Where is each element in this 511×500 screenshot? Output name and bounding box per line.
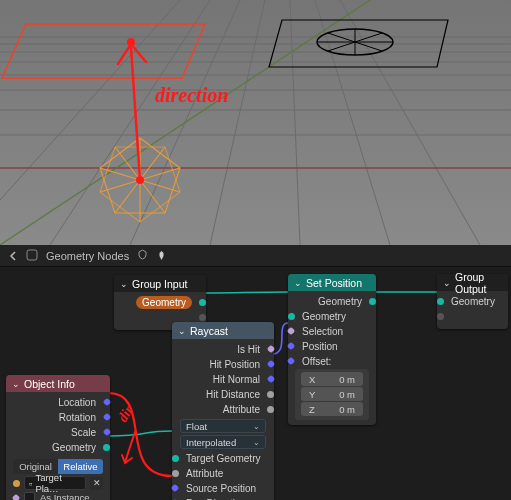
socket-label: Geometry	[318, 296, 362, 307]
annotation-text: direction	[155, 84, 228, 106]
socket-out-geometry[interactable]	[199, 299, 206, 306]
socket-label: Geometry	[136, 296, 192, 309]
socket-label: Selection	[302, 326, 343, 337]
node-title: Group Output	[455, 271, 502, 295]
node-title: Set Position	[306, 277, 362, 289]
chevron-down-icon: ⌄	[120, 279, 128, 289]
socket-out-hit-position[interactable]	[267, 360, 275, 368]
node-group-output[interactable]: ⌄Group Output Geometry	[437, 274, 508, 329]
socket-label: Location	[58, 397, 96, 408]
chevron-down-icon: ⌄	[443, 278, 451, 288]
socket-in-geometry[interactable]	[288, 313, 295, 320]
socket-in-attribute[interactable]	[172, 470, 179, 477]
socket-out-attribute[interactable]	[267, 406, 274, 413]
offset-vector-block: X0 m Y0 m Z0 m	[295, 369, 369, 420]
socket-label: Geometry	[451, 296, 495, 307]
pin-icon[interactable]	[156, 250, 167, 261]
socket-label: Attribute	[186, 468, 223, 479]
socket-label: Position	[302, 341, 338, 352]
socket-label: Attribute	[223, 404, 260, 415]
socket-out-virtual[interactable]	[199, 314, 206, 321]
socket-out-is-hit[interactable]	[267, 345, 275, 353]
socket-label: Rotation	[59, 412, 96, 423]
breadcrumb[interactable]: Geometry Nodes	[46, 250, 129, 262]
socket-in-offset[interactable]	[287, 357, 295, 365]
node-title: Group Input	[132, 278, 187, 290]
offset-z-field[interactable]: Z0 m	[301, 402, 363, 416]
chevron-down-icon: ⌄	[12, 379, 20, 389]
red-plane	[2, 24, 205, 78]
socket-in-selection[interactable]	[287, 327, 295, 335]
socket-label: Geometry	[52, 442, 96, 453]
socket-label: Hit Normal	[213, 374, 260, 385]
node-title: Raycast	[190, 325, 228, 337]
viewport-svg: direction	[0, 0, 511, 245]
socket-in-source-position[interactable]	[171, 484, 179, 492]
socket-label: Hit Distance	[206, 389, 260, 400]
chevron-down-icon: ⌄	[253, 438, 260, 447]
socket-in-virtual[interactable]	[437, 313, 444, 320]
socket-out-hit-normal[interactable]	[267, 375, 275, 383]
socket-out-location[interactable]	[103, 398, 111, 406]
chevron-down-icon: ⌄	[294, 278, 302, 288]
viewport-3d[interactable]: direction	[0, 0, 511, 245]
svg-line-14	[0, 0, 180, 200]
socket-in-position[interactable]	[287, 342, 295, 350]
node-canvas[interactable]: ⌄Group Input Geometry ⌄Set Position Geom…	[0, 267, 511, 500]
socket-in-as-instance[interactable]	[12, 493, 20, 500]
node-set-position[interactable]: ⌄Set Position Geometry Geometry Selectio…	[288, 274, 376, 425]
socket-label: Target Geometry	[186, 453, 260, 464]
mesh-icon: ▫	[29, 478, 32, 489]
node-raycast[interactable]: ⌄Raycast Is Hit Hit Position Hit Normal …	[172, 322, 274, 500]
back-icon[interactable]	[8, 251, 18, 261]
offset-x-field[interactable]: X0 m	[301, 372, 363, 386]
socket-out-scale[interactable]	[103, 428, 111, 436]
grid	[0, 0, 511, 245]
socket-label: Offset:	[302, 356, 331, 367]
socket-in-geometry[interactable]	[437, 298, 444, 305]
annotation-arrow	[118, 38, 146, 184]
node-group-icon	[26, 249, 38, 263]
socket-label: Scale	[71, 427, 96, 438]
socket-out-rotation[interactable]	[103, 413, 111, 421]
node-object-info[interactable]: ⌄Object Info Location Rotation Scale Geo…	[6, 375, 110, 500]
annotation-dir: dir	[116, 403, 136, 424]
socket-label: Geometry	[302, 311, 346, 322]
raycast-mapping-select[interactable]: Interpolated⌄	[180, 435, 266, 449]
socket-label: Source Position	[186, 483, 256, 494]
socket-label: Hit Position	[209, 359, 260, 370]
annotation-dir-arrow	[105, 422, 165, 482]
svg-rect-32	[27, 250, 37, 260]
offset-y-field[interactable]: Y0 m	[301, 387, 363, 401]
object-picker-field[interactable]: ▫Target Pla…	[24, 476, 86, 490]
geometry-nodes-editor[interactable]: Geometry Nodes ⌄Group Input Geometry	[0, 245, 511, 500]
socket-out-geometry[interactable]	[103, 444, 110, 451]
node-title: Object Info	[24, 378, 75, 390]
socket-out-geometry[interactable]	[369, 298, 376, 305]
chevron-down-icon: ⌄	[178, 326, 186, 336]
socket-label: Is Hit	[237, 344, 260, 355]
shield-icon[interactable]	[137, 249, 148, 262]
node-editor-toolbar: Geometry Nodes	[0, 245, 511, 267]
clear-object-button[interactable]: ✕	[90, 477, 103, 490]
chevron-down-icon: ⌄	[253, 422, 260, 431]
dark-disk	[317, 29, 393, 55]
socket-out-hit-distance[interactable]	[267, 391, 274, 398]
svg-line-31	[131, 48, 140, 180]
as-instance-checkbox[interactable]	[24, 492, 35, 500]
checkbox-label: As Instance	[40, 492, 90, 500]
socket-in-object[interactable]	[13, 480, 20, 487]
socket-in-target-geometry[interactable]	[172, 455, 179, 462]
raycast-dtype-select[interactable]: Float⌄	[180, 419, 266, 433]
